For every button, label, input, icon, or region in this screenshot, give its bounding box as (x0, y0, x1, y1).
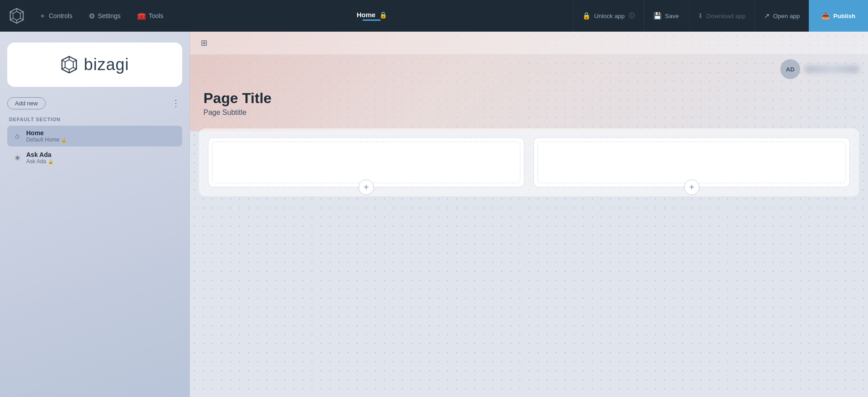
svg-line-6 (20, 18, 23, 20)
page-card-2: + (533, 137, 850, 187)
sidebar-item-askada-name: Ask Ada (26, 151, 53, 158)
settings-icon: ⚙ (89, 12, 95, 20)
card-2-add-button[interactable]: + (684, 180, 699, 195)
page-main-title: Page Title (203, 90, 854, 107)
open-label: Open app (773, 13, 800, 19)
svg-line-7 (10, 18, 13, 20)
tools-nav-item[interactable]: 🧰 Tools (130, 8, 171, 24)
download-icon: ⬇ (698, 12, 703, 20)
download-label: Download app (707, 13, 745, 19)
open-app-button[interactable]: ↗ Open app (755, 0, 809, 32)
app-logo (7, 6, 26, 25)
page-cards-section: + + (199, 128, 859, 196)
sidebar-item-home-name: Home (26, 129, 66, 137)
save-button[interactable]: 💾 Save (644, 0, 688, 32)
sidebar-item-home[interactable]: ⌂ Home Default Home 🔒 (7, 126, 182, 147)
canvas-toolbar: ⊞ (190, 32, 868, 55)
nav-underline (363, 19, 381, 21)
svg-line-5 (10, 12, 13, 14)
nav-lock-icon: 🔒 (379, 11, 387, 19)
canvas: ⊞ AD Page Title Page Subtitle + (190, 32, 868, 397)
page-title-area: Page Title Page Subtitle (190, 81, 868, 121)
nav-center: Home 🔒 (170, 11, 573, 21)
sidebar-item-home-sub: Default Home 🔒 (26, 137, 66, 143)
nav-page-title-wrap: Home 🔒 (357, 11, 387, 21)
askada-lock-icon: 🔒 (48, 159, 53, 164)
svg-marker-9 (65, 60, 73, 70)
controls-nav-item[interactable]: ＋ Controls (32, 8, 80, 24)
unlock-icon: 🔒 (582, 12, 591, 20)
home-icon: ⌂ (13, 132, 22, 140)
page-card-1-inner (212, 142, 520, 183)
download-app-button[interactable]: ⬇ Download app (688, 0, 755, 32)
save-label: Save (665, 13, 679, 19)
top-navigation: ＋ Controls ⚙ Settings 🧰 Tools Home 🔒 🔒 U… (0, 0, 868, 32)
sidebar-logo: bizagi (7, 43, 182, 87)
sidebar-item-askada-content: Ask Ada Ask Ada 🔒 (26, 151, 53, 165)
unlock-label: Unlock app (594, 13, 625, 19)
unlock-info-icon: ⓘ (629, 12, 635, 20)
settings-label: Settings (98, 12, 121, 19)
home-lock-icon: 🔒 (61, 137, 66, 142)
nav-page-title: Home 🔒 (357, 11, 387, 19)
svg-line-4 (20, 12, 23, 14)
askada-icon: ✳ (13, 154, 22, 162)
nav-right-actions: 🔒 Unlock app ⓘ 💾 Save ⬇ Download app ↗ O… (573, 0, 868, 32)
main-layout: bizagi Add new ⋮ DEFAULT SECTION ⌂ Home … (0, 32, 868, 397)
sidebar-items: ⌂ Home Default Home 🔒 ✳ Ask Ada Ask Ada … (7, 126, 182, 168)
unlock-app-button[interactable]: 🔒 Unlock app ⓘ (573, 0, 644, 32)
page-subtitle: Page Subtitle (203, 109, 854, 117)
open-icon: ↗ (764, 12, 770, 20)
user-name-blurred (805, 66, 859, 72)
save-icon: 💾 (653, 12, 662, 20)
canvas-content: ⊞ AD Page Title Page Subtitle + (190, 32, 868, 196)
user-avatar: AD (780, 59, 800, 79)
publish-label: Publish (833, 13, 855, 19)
page-card-1: + (208, 137, 524, 187)
tools-label: Tools (149, 12, 164, 19)
svg-marker-1 (13, 11, 20, 20)
tools-icon: 🧰 (137, 12, 146, 20)
sidebar-more-menu[interactable]: ⋮ (170, 96, 182, 110)
page-header-user: AD (190, 55, 868, 79)
publish-icon: 📤 (821, 12, 830, 20)
sidebar-item-home-content: Home Default Home 🔒 (26, 129, 66, 143)
settings-nav-item[interactable]: ⚙ Settings (81, 8, 128, 24)
panel-toggle-icon[interactable]: ⊞ (197, 36, 211, 50)
nav-left-items: ＋ Controls ⚙ Settings 🧰 Tools (32, 8, 170, 24)
card-1-add-button[interactable]: + (359, 180, 374, 195)
controls-icon: ＋ (39, 11, 46, 21)
sidebar: bizagi Add new ⋮ DEFAULT SECTION ⌂ Home … (0, 32, 190, 397)
page-card-2-inner (538, 142, 846, 183)
sidebar-item-askada[interactable]: ✳ Ask Ada Ask Ada 🔒 (7, 147, 182, 168)
publish-button[interactable]: 📤 Publish (809, 0, 868, 32)
sidebar-logo-icon (60, 56, 78, 74)
add-new-button[interactable]: Add new (7, 97, 46, 109)
default-section-label: DEFAULT SECTION (7, 117, 182, 122)
sidebar-logo-text: bizagi (84, 55, 129, 74)
controls-label: Controls (49, 12, 72, 19)
sidebar-toolbar: Add new ⋮ (7, 96, 182, 110)
nav-home-label: Home (357, 11, 376, 19)
sidebar-item-askada-sub: Ask Ada 🔒 (26, 158, 53, 165)
